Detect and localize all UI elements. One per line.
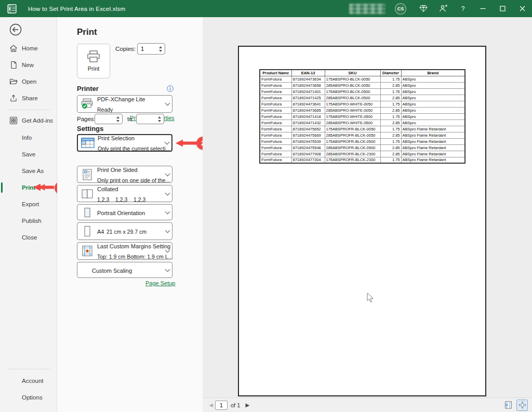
sidebar-item-label: Options xyxy=(22,394,43,401)
sidebar-item-info[interactable]: Info xyxy=(0,132,57,143)
sidebar-item-label: Export xyxy=(22,201,39,207)
page-setup-link[interactable]: Page Setup xyxy=(145,280,176,286)
sidebar-item-save[interactable]: Save xyxy=(0,149,57,160)
maximize-button[interactable] xyxy=(493,0,512,17)
home-icon xyxy=(9,44,18,52)
table-row: FormFutura 8718924477304 175ABSPROFR-BLC… xyxy=(260,157,465,163)
sidebar-item-label: Save xyxy=(22,151,35,157)
print-settings-panel: Print Print Copies: Printer PDF-XChange … xyxy=(57,17,203,412)
back-button[interactable] xyxy=(9,23,22,36)
collation-description: 1,2,3 1,2,3 1,2,3 xyxy=(97,196,145,203)
paper-size-dropdown[interactable]: A4 21 cm x 29.7 cm xyxy=(77,222,172,240)
table-row: FormFutura 8718924473665 285ABSPRO-WHITE… xyxy=(260,107,465,113)
close-button[interactable] xyxy=(512,0,532,17)
pages-from-arrows[interactable] xyxy=(114,114,122,124)
print-selection-icon xyxy=(78,138,98,148)
user-avatar[interactable]: CS xyxy=(395,3,406,15)
margins-dropdown[interactable]: Last Custom Margins Setting Top: 1.9 cm … xyxy=(77,242,172,260)
print-what-dropdown[interactable]: Print Selection Only print the current s… xyxy=(77,134,172,152)
sidebar-item-save-as[interactable]: Save As xyxy=(0,165,57,177)
selected-item-indicator xyxy=(1,182,3,193)
pages-from-stepper[interactable] xyxy=(95,114,123,124)
table-row: FormFutura 8718924471432 285ABSPRO-WHITE… xyxy=(260,119,465,126)
sidebar-item-label: Save As xyxy=(22,168,44,174)
sidebar-item-label: Close xyxy=(22,234,37,241)
page-count-label: of 1 xyxy=(231,402,240,408)
paper-size-dimensions: 21 cm x 29.7 cm xyxy=(107,229,147,235)
paper-size-value: A4 xyxy=(97,229,104,235)
pages-from-input[interactable] xyxy=(95,114,114,124)
zoom-to-page-button[interactable] xyxy=(516,400,528,411)
print-button[interactable]: Print xyxy=(77,44,110,78)
sidebar-item-publish[interactable]: Publish xyxy=(0,215,57,227)
previous-page-button[interactable]: ◀ xyxy=(207,402,215,408)
portrait-icon xyxy=(77,207,97,218)
column-header: Brand xyxy=(401,70,465,76)
chevron-down-icon xyxy=(163,193,172,195)
pages-label: Pages: xyxy=(77,116,96,122)
preview-data-table: Product Name EAN-13 SKU Diameter Brand F… xyxy=(259,69,466,164)
duplex-dropdown[interactable]: Print One Sided Only print on one side o… xyxy=(77,166,172,183)
sidebar-item-options[interactable]: Options xyxy=(0,392,57,403)
help-button[interactable]: ? xyxy=(453,0,473,17)
backstage-sidebar: Home New Open Share Get Add-ins Info Sav… xyxy=(0,17,57,412)
scaling-dropdown[interactable]: Custom Scaling xyxy=(77,262,172,278)
settings-section-heading: Settings xyxy=(77,125,103,132)
pages-to-stepper[interactable] xyxy=(136,114,164,124)
sidebar-item-home[interactable]: Home xyxy=(0,43,57,54)
sidebar-item-new[interactable]: New xyxy=(0,59,57,71)
column-header: SKU xyxy=(325,70,380,76)
sidebar-item-close[interactable]: Close xyxy=(0,232,57,243)
excel-app-icon xyxy=(7,4,17,14)
copies-label: Copies: xyxy=(115,46,136,52)
copies-spin-arrows[interactable] xyxy=(156,44,165,54)
share-people-icon[interactable] xyxy=(433,0,453,17)
sidebar-item-share[interactable]: Share xyxy=(0,92,57,104)
copies-stepper[interactable] xyxy=(137,43,165,55)
minimize-button[interactable] xyxy=(473,0,493,17)
print-preview-area: Product Name EAN-13 SKU Diameter Brand F… xyxy=(203,17,532,397)
margins-icon xyxy=(77,245,97,257)
pages-to-input[interactable] xyxy=(137,114,155,124)
show-margins-button[interactable] xyxy=(502,400,514,411)
sidebar-item-export[interactable]: Export xyxy=(0,198,57,210)
collation-dropdown[interactable]: Collated 1,2,3 1,2,3 1,2,3 xyxy=(77,185,172,202)
copies-input[interactable] xyxy=(138,44,156,54)
info-icon[interactable] xyxy=(167,85,174,92)
scaling-value: Custom Scaling xyxy=(92,268,132,274)
preview-navigation-bar: ◀ of 1 ▶ xyxy=(203,397,532,412)
sidebar-item-account[interactable]: Account xyxy=(0,375,57,387)
next-page-button[interactable]: ▶ xyxy=(243,402,251,408)
printer-icon xyxy=(87,50,100,63)
orientation-value: Portrait Orientation xyxy=(97,210,145,216)
chevron-down-icon xyxy=(163,211,172,214)
printer-status: Ready xyxy=(97,107,113,113)
sidebar-item-label: Info xyxy=(22,135,32,141)
one-sided-icon xyxy=(77,169,97,180)
table-header-row: Product Name EAN-13 SKU Diameter Brand xyxy=(260,70,465,76)
sidebar-item-get-addins[interactable]: Get Add-ins xyxy=(0,115,57,126)
printer-status-icon xyxy=(77,98,97,110)
column-header: Product Name xyxy=(260,70,291,76)
collated-icon xyxy=(77,189,97,199)
sidebar-item-label: Publish xyxy=(22,218,42,224)
table-row: FormFutura 8718924471418 175ABSPRO-WHITE… xyxy=(260,113,465,119)
current-page-input[interactable] xyxy=(215,401,228,410)
premium-diamond-icon[interactable] xyxy=(414,0,433,17)
chevron-down-icon xyxy=(163,174,172,176)
chevron-down-icon xyxy=(163,250,172,252)
mouse-cursor xyxy=(367,293,374,303)
printer-dropdown[interactable]: PDF-XChange Lite Ready xyxy=(77,95,172,113)
chevron-down-icon xyxy=(163,269,172,271)
window-title: How to Set Print Area in Excel.xlsm xyxy=(28,6,125,12)
sidebar-item-label: Share xyxy=(22,95,38,101)
annotation-arrow-2 xyxy=(176,139,196,148)
pages-to-arrows[interactable] xyxy=(155,114,164,124)
chevron-down-icon xyxy=(163,103,172,105)
duplex-description: Only print on one side of the... xyxy=(97,177,170,183)
addins-grid-icon xyxy=(9,116,18,125)
sidebar-item-open[interactable]: Open xyxy=(0,76,57,87)
table-row: FormFutura 8718924475539 175ABSPROFR-BLC… xyxy=(260,138,465,144)
print-what-description: Only print the current selecti... xyxy=(98,145,170,152)
orientation-dropdown[interactable]: Portrait Orientation xyxy=(77,204,172,220)
